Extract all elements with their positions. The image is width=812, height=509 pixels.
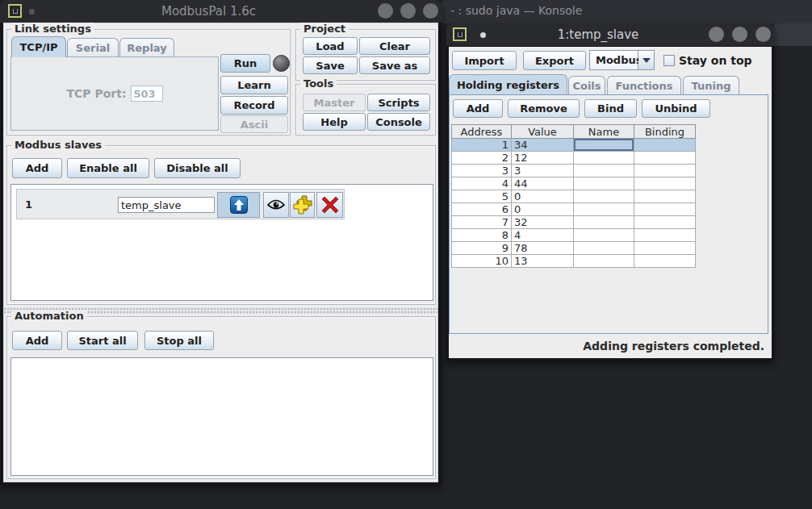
cell-value[interactable]: 3 [512, 165, 574, 177]
cell-binding[interactable] [634, 165, 696, 177]
stop-all-button[interactable]: Stop all [144, 331, 214, 350]
export-button[interactable]: Export [523, 51, 586, 70]
cell-binding[interactable] [634, 190, 696, 203]
tab-tuning[interactable]: Tuning [683, 76, 739, 94]
cell-binding[interactable] [634, 139, 696, 152]
cell-address[interactable]: 3 [452, 165, 512, 177]
column-header-binding[interactable]: Binding [634, 125, 696, 139]
cell-name[interactable] [574, 203, 634, 216]
slave-delete-button[interactable] [316, 192, 343, 218]
table-row[interactable]: 732 [452, 216, 696, 229]
run-button[interactable]: Run [220, 54, 270, 73]
cell-address[interactable]: 9 [452, 242, 512, 255]
enable-all-button[interactable]: Enable all [67, 158, 149, 178]
start-all-button[interactable]: Start all [67, 331, 138, 350]
table-row[interactable]: 84 [452, 229, 696, 242]
record-button[interactable]: Record [220, 96, 288, 115]
cell-name[interactable] [574, 165, 634, 177]
cell-binding[interactable] [634, 229, 696, 242]
cell-address[interactable]: 4 [452, 177, 512, 190]
table-row[interactable]: 978 [452, 242, 696, 255]
cell-value[interactable]: 4 [512, 229, 574, 242]
clear-button[interactable]: Clear [359, 37, 430, 55]
cell-address[interactable]: 7 [452, 216, 512, 229]
help-button[interactable]: Help [303, 113, 366, 131]
slave-titlebar[interactable]: 1:temp_slave [446, 23, 774, 46]
learn-button[interactable]: Learn [220, 76, 288, 94]
table-row[interactable]: 33 [452, 165, 696, 177]
table-row[interactable]: 1013 [452, 255, 696, 268]
table-row[interactable]: 444 [452, 177, 696, 190]
table-row[interactable]: 50 [452, 190, 696, 203]
slave-row[interactable]: 1 [16, 189, 345, 219]
automation-add-button[interactable]: Add [12, 331, 62, 350]
cell-value[interactable]: 0 [512, 190, 574, 203]
column-header-address[interactable]: Address [452, 125, 512, 139]
table-row[interactable]: 60 [452, 203, 696, 216]
cell-value[interactable]: 78 [512, 242, 574, 255]
import-button[interactable]: Import [452, 51, 517, 70]
register-add-button[interactable]: Add [453, 99, 503, 118]
column-header-value[interactable]: Value [512, 125, 574, 139]
cell-address[interactable]: 6 [452, 203, 512, 216]
cell-value[interactable]: 13 [512, 255, 574, 268]
register-bind-button[interactable]: Bind [584, 99, 637, 118]
disable-all-button[interactable]: Disable all [154, 158, 241, 178]
cell-name[interactable] [574, 190, 634, 203]
maximize-button[interactable] [400, 3, 416, 19]
cell-address[interactable]: 5 [452, 190, 512, 203]
cell-value[interactable]: 34 [512, 139, 574, 152]
tab-serial[interactable]: Serial [67, 38, 119, 57]
slave-enable-toggle[interactable] [217, 192, 260, 218]
close-button[interactable] [423, 3, 438, 19]
load-button[interactable]: Load [303, 37, 358, 55]
minimize-button[interactable] [709, 27, 724, 42]
maximize-button[interactable] [732, 27, 747, 42]
tab-functions[interactable]: Functions [607, 76, 681, 94]
modbuspal-titlebar[interactable]: ModbusPal 1.6c [0, 0, 442, 23]
tcp-port-input[interactable] [131, 86, 163, 102]
cell-name[interactable] [574, 255, 634, 268]
cell-name[interactable] [574, 152, 634, 165]
scripts-button[interactable]: Scripts [367, 94, 430, 111]
cell-binding[interactable] [634, 216, 696, 229]
tab-holding-registers[interactable]: Holding registers [449, 74, 567, 94]
cell-binding[interactable] [634, 255, 696, 268]
close-button[interactable] [755, 27, 771, 42]
table-row[interactable]: 212 [452, 152, 696, 165]
slave-add-register-button[interactable] [290, 192, 315, 218]
tab-tcpip[interactable]: TCP/IP [11, 36, 66, 57]
cell-address[interactable]: 8 [452, 229, 512, 242]
cell-binding[interactable] [634, 177, 696, 190]
cell-address[interactable]: 10 [452, 255, 512, 268]
cell-name[interactable] [574, 177, 634, 190]
cell-name[interactable] [574, 229, 634, 242]
stay-on-top-checkbox[interactable] [663, 55, 675, 66]
cell-name[interactable] [574, 242, 634, 255]
table-row[interactable]: 134 [452, 139, 696, 152]
combo-arrow-button[interactable] [638, 50, 655, 70]
cell-binding[interactable] [634, 203, 696, 216]
tab-coils[interactable]: Coils [568, 76, 605, 94]
slave-add-button[interactable]: Add [12, 158, 62, 178]
cell-address[interactable]: 2 [452, 152, 512, 165]
cell-value[interactable]: 12 [512, 152, 574, 165]
cell-name[interactable] [574, 216, 634, 229]
console-button[interactable]: Console [367, 113, 430, 131]
protocol-select[interactable]: Modbus [589, 50, 655, 70]
slave-name-input[interactable] [118, 197, 215, 213]
slave-view-button[interactable] [263, 192, 289, 218]
column-header-name[interactable]: Name [574, 125, 634, 139]
register-remove-button[interactable]: Remove [508, 99, 580, 118]
cell-value[interactable]: 32 [512, 216, 574, 229]
cell-address[interactable]: 1 [452, 139, 512, 152]
save-button[interactable]: Save [303, 56, 358, 74]
minimize-button[interactable] [378, 3, 393, 19]
cell-value[interactable]: 0 [512, 203, 574, 216]
cell-name[interactable] [574, 139, 634, 152]
tab-replay[interactable]: Replay [119, 38, 174, 57]
save-as-button[interactable]: Save as [359, 56, 430, 74]
cell-value[interactable]: 44 [512, 177, 574, 190]
cell-binding[interactable] [634, 152, 696, 165]
register-unbind-button[interactable]: Unbind [642, 99, 710, 118]
